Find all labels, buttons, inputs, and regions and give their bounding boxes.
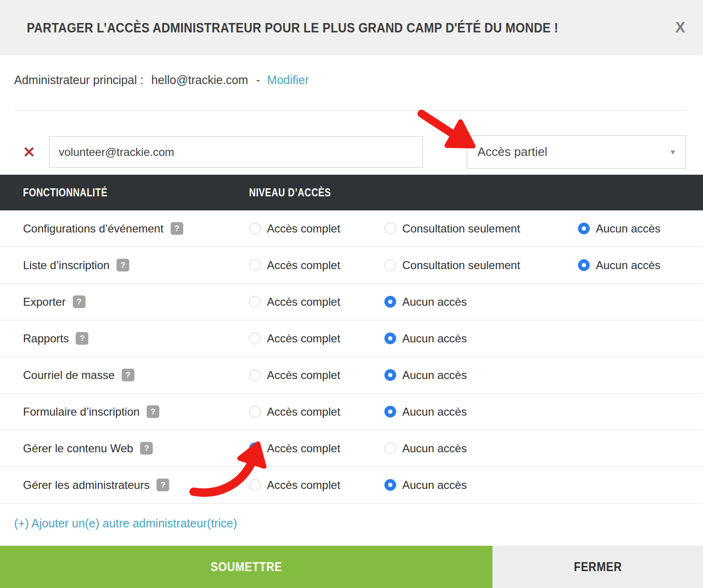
fermer-button-label: FERMER xyxy=(574,560,622,574)
radio-unselected-icon[interactable] xyxy=(384,223,396,234)
radio-option[interactable]: Accès complet xyxy=(249,442,384,455)
radio-option[interactable]: Accès complet xyxy=(249,332,384,345)
radio-selected-icon[interactable] xyxy=(578,259,590,271)
feature-label: Courriel de masse xyxy=(23,369,115,382)
feature-cell: Gérer les administrateurs? xyxy=(23,479,249,492)
table-body: Configurations d’événement?Accès complet… xyxy=(0,210,703,503)
table-row: Gérer le contenu Web?Accès completAucun … xyxy=(0,430,703,467)
add-admin-link[interactable]: (+) Ajouter un(e) autre administrateur(t… xyxy=(14,517,237,530)
table-header: FONCTIONNALITÉ NIVEAU D’ACCÈS xyxy=(0,175,703,210)
submit-button[interactable]: SOUMETTRE xyxy=(0,546,492,588)
column-feature: FONCTIONNALITÉ xyxy=(23,186,108,199)
radio-option-label: Accès complet xyxy=(267,479,340,492)
radio-option[interactable]: Aucun accès xyxy=(384,442,578,455)
radio-option[interactable]: Accès complet xyxy=(249,479,384,492)
radio-selected-icon[interactable] xyxy=(384,406,396,418)
radio-option-label: Aucun accès xyxy=(402,332,467,345)
radio-selected-icon[interactable] xyxy=(384,333,396,344)
radio-option[interactable]: Consultation seulement xyxy=(384,222,578,235)
feature-cell: Liste d’inscription? xyxy=(23,259,249,272)
radio-unselected-icon[interactable] xyxy=(249,259,261,271)
radio-option[interactable]: Aucun accès xyxy=(384,295,578,309)
help-icon[interactable]: ? xyxy=(156,479,169,491)
radio-option[interactable]: Aucun accès xyxy=(384,369,578,382)
radio-option-label: Accès complet xyxy=(267,369,340,382)
table-row: Configurations d’événement?Accès complet… xyxy=(0,210,703,247)
radio-option[interactable]: Accès complet xyxy=(249,369,384,382)
radio-option[interactable]: Consultation seulement xyxy=(384,259,578,272)
radio-selected-icon[interactable] xyxy=(578,223,590,234)
radio-unselected-icon[interactable] xyxy=(384,442,396,454)
radio-option[interactable]: Aucun accès xyxy=(384,332,578,345)
radio-option-label: Accès complet xyxy=(267,259,340,272)
radio-unselected-icon[interactable] xyxy=(249,223,261,234)
feature-access-table: FONCTIONNALITÉ NIVEAU D’ACCÈS Configurat… xyxy=(0,175,703,503)
feature-label: Liste d’inscription xyxy=(23,259,109,272)
feature-cell: Exporter? xyxy=(23,295,249,309)
radio-unselected-icon[interactable] xyxy=(249,479,261,491)
radio-selected-icon[interactable] xyxy=(249,442,261,454)
radio-option[interactable]: Aucun accès xyxy=(578,259,703,272)
radio-option[interactable]: Accès complet xyxy=(249,405,384,418)
help-icon[interactable]: ? xyxy=(171,222,183,235)
radio-option-label: Aucun accès xyxy=(402,479,467,492)
radio-selected-icon[interactable] xyxy=(384,369,396,381)
help-icon[interactable]: ? xyxy=(76,332,88,345)
remove-admin-icon[interactable]: ✕ xyxy=(22,145,36,160)
feature-cell: Formulaire d’inscription? xyxy=(23,405,249,418)
feature-cell: Gérer le contenu Web? xyxy=(23,442,249,455)
help-icon[interactable]: ? xyxy=(73,295,86,308)
radio-option-label: Aucun accès xyxy=(596,222,660,235)
feature-label: Configurations d’événement xyxy=(23,222,164,235)
admin-email-row: ✕ Accès partiel ▼ xyxy=(0,135,703,169)
table-row: Formulaire d’inscription?Accès completAu… xyxy=(0,394,703,430)
radio-unselected-icon[interactable] xyxy=(249,296,261,308)
radio-unselected-icon[interactable] xyxy=(249,369,261,381)
radio-option[interactable]: Aucun accès xyxy=(384,479,578,492)
table-row: Liste d’inscription?Accès completConsult… xyxy=(0,247,703,284)
modifier-link[interactable]: Modifier xyxy=(267,73,309,86)
radio-option-label: Accès complet xyxy=(267,332,340,345)
radio-option[interactable]: Aucun accès xyxy=(384,405,578,418)
column-access: NIVEAU D’ACCÈS xyxy=(249,186,331,199)
radio-option[interactable]: Accès complet xyxy=(249,222,384,235)
radio-option[interactable]: Aucun accès xyxy=(578,222,703,235)
help-icon[interactable]: ? xyxy=(140,442,153,455)
radio-option-label: Aucun accès xyxy=(402,405,467,418)
help-icon[interactable]: ? xyxy=(117,259,129,271)
help-icon[interactable]: ? xyxy=(122,369,134,381)
radio-option-label: Consultation seulement xyxy=(402,259,520,272)
submit-button-label: SOUMETTRE xyxy=(211,560,282,574)
radio-option-label: Aucun accès xyxy=(402,295,467,309)
feature-cell: Configurations d’événement? xyxy=(23,222,249,235)
radio-option-label: Accès complet xyxy=(267,222,340,235)
page-title: PARTAGER L’ACCÈS ADMINISTRATEUR POUR LE … xyxy=(27,20,558,36)
radio-unselected-icon[interactable] xyxy=(249,406,261,418)
radio-option-label: Accès complet xyxy=(267,295,340,309)
feature-label: Gérer le contenu Web xyxy=(23,442,133,455)
close-icon[interactable]: X xyxy=(675,19,685,36)
table-row: Gérer les administrateurs?Accès completA… xyxy=(0,467,703,503)
radio-selected-icon[interactable] xyxy=(384,296,396,308)
help-icon[interactable]: ? xyxy=(147,405,159,418)
radio-option-label: Accès complet xyxy=(267,442,340,455)
feature-label: Gérer les administrateurs xyxy=(23,479,149,492)
access-level-select[interactable]: Accès partiel ▼ xyxy=(467,135,686,169)
admin-email-input[interactable] xyxy=(49,136,423,168)
access-level-value: Accès partiel xyxy=(477,145,547,159)
radio-selected-icon[interactable] xyxy=(384,479,396,491)
radio-unselected-icon[interactable] xyxy=(249,333,261,344)
feature-label: Formulaire d’inscription xyxy=(23,405,140,418)
radio-option-label: Aucun accès xyxy=(402,442,467,455)
radio-option[interactable]: Accès complet xyxy=(249,259,384,272)
feature-label: Exporter xyxy=(23,295,66,309)
feature-cell: Rapports? xyxy=(23,332,249,345)
radio-option[interactable]: Accès complet xyxy=(249,295,384,309)
fermer-button[interactable]: FERMER xyxy=(492,546,703,588)
feature-cell: Courriel de masse? xyxy=(23,369,249,382)
chevron-down-icon: ▼ xyxy=(669,148,676,156)
radio-option-label: Consultation seulement xyxy=(402,222,520,235)
radio-unselected-icon[interactable] xyxy=(384,259,396,271)
table-row: Courriel de masse?Accès completAucun acc… xyxy=(0,357,703,394)
divider xyxy=(14,110,687,111)
